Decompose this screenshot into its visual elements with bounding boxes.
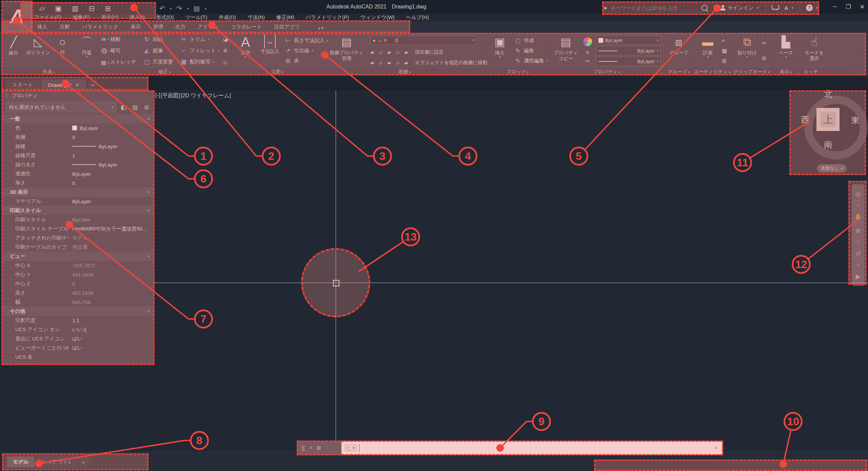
property-row[interactable]: アタッチされた印刷テー...モデル [2, 233, 154, 243]
property-row[interactable]: 表示スタイル2D ワイヤフレーム [2, 362, 154, 364]
new-layout-button[interactable]: + [78, 457, 88, 467]
dialog-launcher-icon[interactable]: ⌟ [661, 70, 663, 75]
redo-icon[interactable]: ↷ [176, 4, 182, 13]
search-icon[interactable] [702, 5, 708, 11]
panel-label-block[interactable]: ブロック [486, 68, 549, 76]
explode-button[interactable]: ※ [223, 48, 228, 54]
ribbon-tab-7[interactable]: アドイン [192, 22, 224, 32]
modify-move-button[interactable]: ⌖移動 [100, 36, 136, 43]
menu-item-1[interactable]: 編集(E) [73, 14, 90, 21]
infocenter-expand-icon[interactable]: ▶ [604, 5, 607, 10]
properties-title-bar[interactable]: ⣿ プロパティ [2, 91, 154, 100]
steering-wheel-icon[interactable]: ◎ [855, 190, 861, 198]
property-row[interactable]: 中心 X-525.7872 [2, 261, 154, 270]
batch-plot-icon[interactable]: ⊞ [105, 4, 111, 13]
model-tab[interactable]: モデル [7, 456, 35, 467]
block-edit-button[interactable]: ✎編集 [514, 47, 548, 54]
table-button[interactable]: ⊞表 [284, 57, 329, 64]
lineweight-dropdown[interactable]: ByLayer▾ [596, 46, 661, 55]
modify-stretch-button[interactable]: ▱ストレッチ [100, 58, 136, 65]
menu-item-10[interactable]: ウィンドウ(W) [360, 14, 395, 21]
panel-label-clipboard[interactable]: クリップボード [732, 68, 771, 76]
property-row[interactable]: 中心 Y434.3939 [2, 270, 154, 279]
panel-label-layers[interactable]: 画層 [323, 68, 486, 76]
block-create-button[interactable]: ▢作成 [514, 37, 548, 44]
viewcube-east[interactable]: 東 [851, 115, 860, 126]
line-button[interactable]: ╱線分 [3, 34, 24, 67]
color-wheel-icon[interactable] [583, 37, 592, 46]
polyline-button[interactable]: ◺ポリライン [27, 34, 49, 67]
select-all-button[interactable]: ▦ [722, 48, 727, 54]
leader-button[interactable]: ↗引出線▾ [284, 47, 329, 54]
linetype-icon[interactable]: ≕ [585, 58, 590, 64]
properties-section-2[interactable]: 印刷スタイル [2, 206, 154, 215]
qat-caret[interactable]: ▾ [205, 6, 207, 11]
property-row[interactable]: 印刷スタイル テーブルNeo600RPCS(カラー濃淡度50... [2, 224, 154, 233]
viewport-style[interactable]: [2D ワイヤフレーム] [181, 92, 231, 99]
group-button[interactable]: ⧈グループ [667, 34, 690, 67]
viewcube[interactable]: 北 西 東 南 上 名前なし [790, 91, 866, 175]
showmotion-icon[interactable]: ▶ [856, 272, 861, 280]
property-row[interactable]: 色ByLayer [2, 124, 154, 133]
restore-button[interactable]: ❐ [846, 3, 851, 11]
base-view-button[interactable]: ▙ベース▾ [775, 34, 797, 67]
zoom-extents-icon[interactable]: ⊕ [855, 227, 861, 234]
palette-grip-icon[interactable]: ⣿ [5, 93, 8, 98]
modify-array-button[interactable]: ▦配列複写▾ [180, 58, 220, 65]
property-row[interactable]: マテリアルByLayer [2, 197, 154, 206]
undo-caret[interactable]: ▾ [170, 6, 172, 11]
ribbon-tab-8[interactable]: コラボレート [225, 22, 268, 32]
panel-label-modify[interactable]: 修正 [98, 68, 232, 76]
menu-item-6[interactable]: 作成(D) [219, 14, 236, 21]
property-row[interactable]: 印刷スタイルByColor [2, 215, 154, 224]
orbit-caret[interactable]: ▾ [857, 263, 859, 267]
quick-select-icon[interactable]: ▧ [131, 103, 139, 112]
property-row[interactable]: 中心 Z0 [2, 279, 154, 288]
plot-icon[interactable]: ⊟ [89, 4, 95, 13]
command-line-grip[interactable]: ⣿ × ⚙ [297, 441, 341, 455]
layer-dropdown[interactable]: ● ☼ ¤ 0 ▾ [370, 36, 477, 45]
ribbon-tab-9[interactable]: 注目アプリ [268, 22, 306, 32]
insert-block-button[interactable]: ▣挿入▾ [489, 34, 511, 67]
command-input[interactable]: >_▾ ▲ [341, 441, 723, 455]
property-row[interactable]: 厚さ0 [2, 178, 154, 188]
autodesk-app-icon[interactable]: A [785, 5, 793, 11]
property-row[interactable]: 注釈尺度1:1 [2, 316, 154, 325]
command-line[interactable]: ⣿ × ⚙ >_▾ ▲ [297, 441, 723, 455]
properties-section-4[interactable]: その他 [2, 307, 154, 316]
measure-button[interactable]: ▬計測▾ [697, 34, 718, 67]
panel-label-annotate[interactable]: 注釈 [232, 68, 323, 76]
toggle-pickadd-icon[interactable]: ◧ [119, 103, 128, 112]
viewcube-south[interactable]: 南 [824, 139, 832, 150]
move-to-layer-button[interactable]: オブジェクトを指定の画層に移動 [415, 60, 487, 66]
touch-mode-button[interactable]: ☝モードを選択 [803, 34, 826, 67]
property-row[interactable]: UCS 名 [2, 353, 154, 362]
quick-select-button[interactable]: ⌖ [722, 38, 727, 44]
qat-customize-icon[interactable]: ▤ [194, 4, 200, 13]
viewcube-top-face[interactable]: 上 [816, 108, 840, 131]
viewcube-wcs-dropdown[interactable]: 名前なし [817, 164, 846, 172]
copy-clip-button[interactable]: ⧉ [762, 55, 766, 61]
wheel-caret[interactable]: ▾ [857, 204, 859, 207]
qsave-icon[interactable]: ▣ [55, 4, 62, 13]
paste-button[interactable]: ⧉貼り付け▾ [736, 34, 758, 67]
close-button[interactable]: ✕ [860, 3, 865, 11]
panel-label-properties[interactable]: プロパティ⌟ [549, 68, 664, 76]
undo-icon[interactable]: ↶ [159, 4, 165, 13]
property-row[interactable]: ビューポートごとの UCSはい [2, 343, 154, 353]
tab-start[interactable]: スタート [5, 79, 40, 90]
pan-icon[interactable]: ✋ [854, 213, 862, 221]
linear-dimension-button[interactable]: ⊢長さ寸法記入▾ [284, 37, 329, 44]
menu-item-3[interactable]: 挿入(I) [130, 14, 145, 21]
navigation-bar[interactable]: ◎▾✋⊕▾↺▾▶ [852, 184, 865, 286]
properties-section-3[interactable]: ビュー [2, 252, 154, 261]
new-drawing-tab-button[interactable]: + [87, 80, 98, 90]
layer-tools-row1[interactable]: ▰▱▰▱▰ [370, 49, 412, 55]
text-button[interactable]: A文字▾ [235, 34, 256, 67]
viewcube-north[interactable]: 北 [824, 88, 832, 99]
customize-command-icon[interactable]: ⚙ [316, 445, 321, 451]
offset-button[interactable]: ⊂ [223, 59, 228, 66]
property-row[interactable]: 線種ByLayer [2, 142, 154, 151]
linetype-dropdown[interactable]: ByLayer▾ [596, 57, 661, 66]
ribbon-tab-5[interactable]: 管理 [147, 22, 169, 32]
